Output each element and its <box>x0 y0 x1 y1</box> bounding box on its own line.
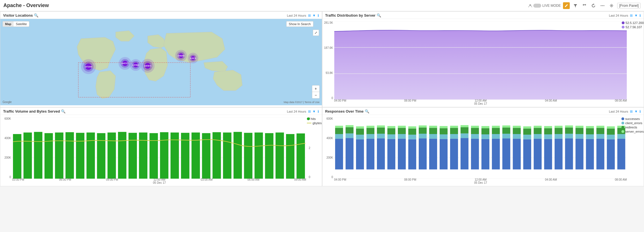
svg-rect-172 <box>596 134 604 139</box>
rot-action2[interactable]: ▼ <box>634 110 638 113</box>
svg-rect-139 <box>513 139 521 169</box>
svg-rect-176 <box>607 135 615 139</box>
svg-point-3 <box>604 5 604 6</box>
legend-item-server-errors: server_errors <box>621 130 644 133</box>
svg-rect-83 <box>366 139 374 169</box>
svg-rect-62 <box>254 133 263 179</box>
svg-text:4357876: 4357876 <box>144 65 151 67</box>
svg-rect-89 <box>377 128 385 134</box>
tv-action1[interactable]: ⊞ <box>308 110 311 113</box>
show-in-search-button[interactable]: Show In Search <box>286 21 313 27</box>
traffic-volume-y-axis-right: 4 2 0 <box>308 117 322 179</box>
from-panel-label[interactable]: [From Panel] <box>617 3 641 8</box>
svg-rect-74 <box>335 126 343 128</box>
svg-rect-106 <box>419 125 427 128</box>
edit-icon[interactable] <box>563 2 570 9</box>
live-mode-switch[interactable] <box>533 4 541 8</box>
svg-rect-86 <box>366 126 374 128</box>
visitor-locations-info[interactable]: ℹ <box>318 14 319 17</box>
svg-rect-152 <box>544 134 552 139</box>
visitor-locations-header: Visitor Locations 🔍 Last 24 Hours ⊞ ▼ ℹ <box>0 12 322 19</box>
svg-rect-116 <box>450 134 458 139</box>
traffic-distribution-info-icon[interactable]: 🔍 <box>377 13 381 17</box>
tv-action2[interactable]: ▼ <box>313 110 316 113</box>
responses-over-time-actions: Last 24 Hours ⊞ ▼ ℹ <box>609 110 641 113</box>
svg-rect-79 <box>356 139 364 169</box>
rot-action1[interactable]: ⊞ <box>630 110 633 113</box>
traffic-volume-actions: Last 24 Hours ⊞ ▼ ℹ <box>287 110 319 113</box>
traffic-volume-panel: Traffic Volume and Bytes Served 🔍 Last 2… <box>0 107 322 186</box>
fullscreen-button[interactable]: ⤢ <box>313 30 319 36</box>
svg-rect-100 <box>408 135 416 139</box>
svg-rect-179 <box>617 139 625 169</box>
svg-rect-51 <box>139 133 147 179</box>
svg-rect-39 <box>13 134 21 179</box>
svg-rect-43 <box>55 133 64 179</box>
svg-rect-126 <box>471 126 479 128</box>
responses-over-time-info-icon[interactable]: 🔍 <box>365 109 369 113</box>
filter-icon[interactable] <box>572 2 579 9</box>
svg-rect-107 <box>429 139 437 169</box>
svg-text:1471440: 1471440 <box>85 66 92 68</box>
refresh-icon[interactable] <box>590 2 597 9</box>
traffic-volume-info-icon[interactable]: 🔍 <box>61 109 66 113</box>
svg-rect-61 <box>244 133 252 179</box>
legend-item-server1: 52.5.127.200 <box>622 21 644 25</box>
svg-point-2 <box>602 5 603 6</box>
svg-rect-78 <box>345 125 353 127</box>
svg-rect-149 <box>534 128 542 134</box>
share-icon[interactable] <box>581 2 588 9</box>
svg-rect-174 <box>596 126 604 128</box>
svg-rect-112 <box>440 134 447 139</box>
traffic-distribution-panel: Traffic Distribution by Server 🔍 Last 24… <box>322 11 644 107</box>
svg-text:1530252: 1530252 <box>177 55 185 57</box>
svg-rect-114 <box>440 126 447 128</box>
visitor-locations-info-icon[interactable]: 🔍 <box>34 13 38 17</box>
svg-rect-164 <box>575 134 583 139</box>
visitor-locations-action1[interactable]: ⊞ <box>308 14 311 17</box>
traffic-volume-header: Traffic Volume and Bytes Served 🔍 Last 2… <box>0 108 322 115</box>
map-type-satellite[interactable]: Satellite <box>14 21 29 27</box>
svg-rect-147 <box>534 139 542 169</box>
legend-item-redirects: redirects <box>621 126 644 129</box>
svg-rect-99 <box>408 139 416 169</box>
user-icon <box>528 4 532 8</box>
svg-rect-169 <box>586 128 594 134</box>
svg-rect-92 <box>387 134 395 139</box>
map-type-buttons: Map Satellite <box>3 21 29 27</box>
svg-rect-145 <box>523 128 531 135</box>
settings-icon[interactable] <box>608 2 615 9</box>
rot-info[interactable]: ℹ <box>639 110 641 113</box>
svg-rect-113 <box>440 128 447 134</box>
svg-rect-137 <box>502 128 510 134</box>
map-container[interactable]: Map Satellite Show In Search ⤢ <box>0 19 322 105</box>
live-mode-toggle[interactable]: LIVE MODE <box>528 4 561 8</box>
traffic-volume-chart: 600K 400K 200K 0 <box>0 115 322 184</box>
svg-rect-45 <box>76 133 84 179</box>
svg-rect-171 <box>596 139 604 169</box>
legend-item-gbytes: gbytes <box>307 121 322 125</box>
dashboard: Visitor Locations 🔍 Last 24 Hours ⊞ ▼ ℹ … <box>0 11 644 186</box>
td-action2[interactable]: ▼ <box>634 14 638 17</box>
traffic-volume-legend: hits gbytes <box>307 117 322 126</box>
td-action1[interactable]: ⊞ <box>630 14 633 17</box>
svg-rect-180 <box>617 134 625 139</box>
svg-rect-131 <box>492 139 500 169</box>
svg-rect-85 <box>366 128 374 134</box>
svg-rect-50 <box>128 133 137 179</box>
zoom-out-button[interactable]: − <box>312 92 319 98</box>
svg-rect-159 <box>565 138 573 169</box>
tv-info[interactable]: ℹ <box>318 110 319 113</box>
svg-rect-108 <box>429 134 437 139</box>
td-info[interactable]: ℹ <box>639 14 641 17</box>
zoom-in-button[interactable]: + <box>312 86 319 92</box>
responses-over-time-panel: Responses Over Time 🔍 Last 24 Hours ⊞ ▼ … <box>322 107 644 186</box>
more-icon[interactable] <box>599 2 606 9</box>
svg-rect-103 <box>419 138 427 169</box>
svg-rect-153 <box>544 128 552 134</box>
svg-rect-55 <box>181 133 189 179</box>
map-type-map[interactable]: Map <box>3 21 14 27</box>
svg-rect-157 <box>555 128 562 134</box>
responses-over-time-header: Responses Over Time 🔍 Last 24 Hours ⊞ ▼ … <box>322 108 644 115</box>
visitor-locations-action2[interactable]: ▼ <box>313 14 316 17</box>
